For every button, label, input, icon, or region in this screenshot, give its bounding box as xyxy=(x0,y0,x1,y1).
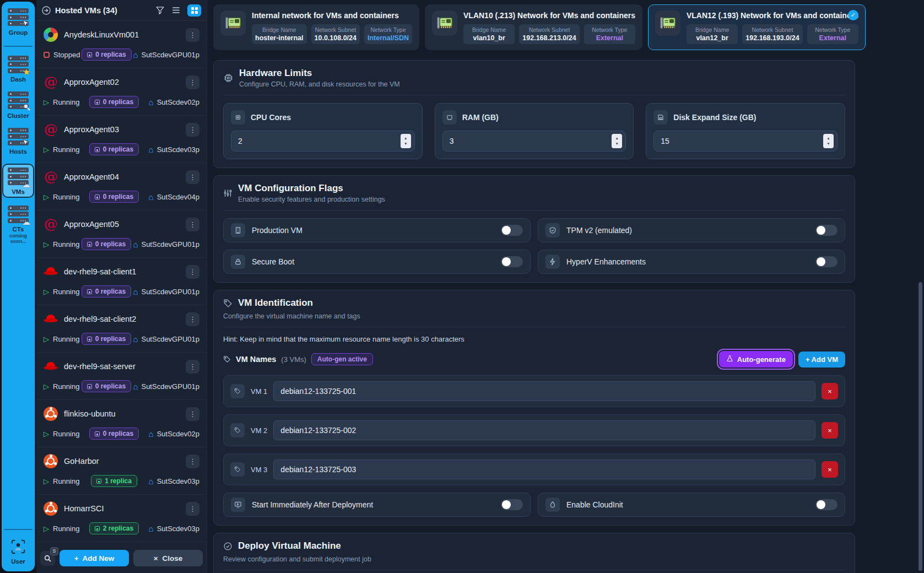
star-icon: ★ xyxy=(23,68,30,76)
vm-list-item[interactable]: dev-rhel9-sat-client2 ⋮ Running 0 replic… xyxy=(36,305,207,353)
selected-check-icon: ✓ xyxy=(848,10,858,20)
vm-name: dev-rhel9-sat-server xyxy=(64,362,136,371)
rail-item-vms[interactable]: ☁ VMs xyxy=(2,164,34,198)
kebab-menu-button[interactable]: ⋮ xyxy=(186,265,199,279)
floppy-icon xyxy=(87,242,92,247)
vm-name-row: VM 2 × xyxy=(223,414,845,446)
status-icon xyxy=(44,52,50,58)
kebab-menu-button[interactable]: ⋮ xyxy=(186,75,199,89)
tag-icon xyxy=(230,384,245,398)
network-adapter-icon xyxy=(655,10,680,36)
status-label: Running xyxy=(53,288,79,296)
filter-icon[interactable] xyxy=(155,6,165,15)
sliders-icon xyxy=(223,188,233,198)
kebab-menu-button[interactable]: ⋮ xyxy=(186,360,199,374)
vm-status: Running xyxy=(44,430,79,438)
vm-list-item[interactable]: flinkiso-ubuntu ⋮ Running 0 replicas Sut… xyxy=(36,400,207,447)
add-new-button[interactable]: + Add New xyxy=(60,550,129,566)
ram-input[interactable] xyxy=(442,131,626,152)
search-button[interactable]: S xyxy=(40,551,55,566)
circle-arrow-icon xyxy=(42,6,51,15)
replicas-label: 0 replicas xyxy=(103,193,133,201)
search-icon xyxy=(44,555,51,562)
rail-item-group[interactable]: Group xyxy=(8,8,29,36)
replicas-badge: 0 replicas xyxy=(82,48,131,61)
disk-expand-stepper[interactable]: ▲▼ xyxy=(823,134,834,148)
kebab-menu-button[interactable]: ⋮ xyxy=(186,123,199,137)
vm-name: dev-rhel9-sat-client1 xyxy=(64,267,136,276)
network-card[interactable]: VLAN10 (.213) Network for VMs and contai… xyxy=(425,4,642,50)
network-card-title: VLAN12 (.193) Network for VMs and contai… xyxy=(687,11,858,20)
start-immediately-toggle[interactable] xyxy=(501,499,523,510)
network-card[interactable]: Internal network for VMs and containers … xyxy=(213,4,419,50)
floppy-icon xyxy=(87,384,92,389)
vm-name-input[interactable] xyxy=(273,460,815,479)
tpm-row: TPM v2 (emulated) xyxy=(538,218,845,242)
production-vm-toggle[interactable] xyxy=(501,225,523,236)
vm-name-input[interactable] xyxy=(273,420,815,440)
hyperv-toggle[interactable] xyxy=(815,256,837,267)
list-view-button[interactable] xyxy=(169,4,183,17)
add-vm-button[interactable]: + Add VM xyxy=(798,352,845,367)
secure-boot-toggle[interactable] xyxy=(501,256,523,267)
os-icon xyxy=(44,359,58,374)
rail-item-cts[interactable]: ☁ CTs coming soon... xyxy=(5,206,31,245)
vm-list-item[interactable]: ApproxAgent03 ⋮ Running 0 replicas SutSc… xyxy=(36,116,207,163)
hosted-vms-title: Hosted VMs (34) xyxy=(55,6,117,15)
vm-list-item[interactable]: AnydeskLinuxVm001 ⋮ Stopped 0 replicas S… xyxy=(36,21,207,68)
servers-cursor-icon xyxy=(8,128,29,147)
rail-item-hosts[interactable]: Hosts xyxy=(8,128,29,155)
delete-vm-button[interactable]: × xyxy=(822,422,838,439)
vm-names-count: (3 VMs) xyxy=(281,355,306,364)
vm-list-item[interactable]: dev-rhel9-sat-client1 ⋮ Running 0 replic… xyxy=(36,258,207,305)
vm-name: GoHarbor xyxy=(64,457,99,466)
delete-vm-button[interactable]: × xyxy=(822,461,838,478)
delete-vm-button[interactable]: × xyxy=(822,383,838,399)
rail-item-user[interactable]: User xyxy=(10,539,26,565)
vm-list-item[interactable]: KeeWeb ⋮ xyxy=(36,542,207,548)
tpm-toggle[interactable] xyxy=(815,225,837,236)
replicas-badge: 0 replicas xyxy=(82,333,131,345)
cpu-cores-input[interactable] xyxy=(231,131,415,152)
status-icon xyxy=(44,525,49,533)
rail-item-cluster[interactable]: Cluster xyxy=(7,91,29,119)
kebab-menu-button[interactable]: ⋮ xyxy=(186,312,199,326)
section-subtitle: Enable security features and production … xyxy=(238,196,385,203)
grid-view-button[interactable] xyxy=(187,4,201,17)
kebab-menu-button[interactable]: ⋮ xyxy=(186,407,199,421)
vm-name: ApproxAgent04 xyxy=(64,172,119,181)
vm-list-item[interactable]: ApproxAgent02 ⋮ Running 0 replicas SutSc… xyxy=(36,68,207,116)
network-card[interactable]: VLAN12 (.193) Network for VMs and contai… xyxy=(648,4,866,50)
vm-name: AnydeskLinuxVm001 xyxy=(64,30,139,39)
kebab-menu-button[interactable]: ⋮ xyxy=(186,502,199,516)
cpu-cores-stepper[interactable]: ▲▼ xyxy=(401,134,411,148)
vm-list-item[interactable]: HomarrSCI ⋮ Running 2 replicas SutScdev0… xyxy=(36,495,207,542)
vm-host: SutScdevGPU01p xyxy=(133,334,199,344)
cloudinit-row: Enable CloudInit xyxy=(538,493,845,517)
vm-list-item[interactable]: GoHarbor ⋮ Running 1 replica SutScdev03p xyxy=(36,447,207,495)
close-button[interactable]: × Close xyxy=(133,550,203,566)
scrollbar-thumb[interactable] xyxy=(918,282,922,571)
rail-item-dash[interactable]: ★ Dash xyxy=(8,56,29,83)
vm-list-item[interactable]: ApproxAgent05 ⋮ Running 0 replicas SutSc… xyxy=(36,210,207,258)
production-vm-row: Production VM xyxy=(223,218,531,242)
replicas-label: 1 replica xyxy=(105,477,132,485)
vm-list-item[interactable]: ApproxAgent04 ⋮ Running 0 replicas SutSc… xyxy=(36,163,207,210)
auto-generate-button[interactable]: Auto-generate xyxy=(719,351,793,367)
vm-name-row: VM 1 × xyxy=(223,375,845,407)
vm-name-input[interactable] xyxy=(273,381,815,401)
vm-list-item[interactable]: dev-rhel9-sat-server ⋮ Running 0 replica… xyxy=(36,353,207,400)
vm-list-footer: S + Add New × Close xyxy=(40,548,203,569)
vm-status: Running xyxy=(44,98,79,106)
network-subnet-chip: Network Subnet 10.0.108.0/24 xyxy=(311,24,360,44)
vm-name: dev-rhel9-sat-client2 xyxy=(64,315,136,323)
kebab-menu-button[interactable]: ⋮ xyxy=(186,218,199,231)
ram-stepper[interactable]: ▲▼ xyxy=(612,134,622,148)
vm-host: SutScdevGPU01p xyxy=(133,50,199,60)
vm-status: Running xyxy=(44,477,79,485)
disk-expand-input[interactable] xyxy=(653,131,837,152)
cloudinit-toggle[interactable] xyxy=(815,499,837,510)
kebab-menu-button[interactable]: ⋮ xyxy=(186,170,199,184)
kebab-menu-button[interactable]: ⋮ xyxy=(186,455,199,468)
kebab-menu-button[interactable]: ⋮ xyxy=(186,28,199,42)
